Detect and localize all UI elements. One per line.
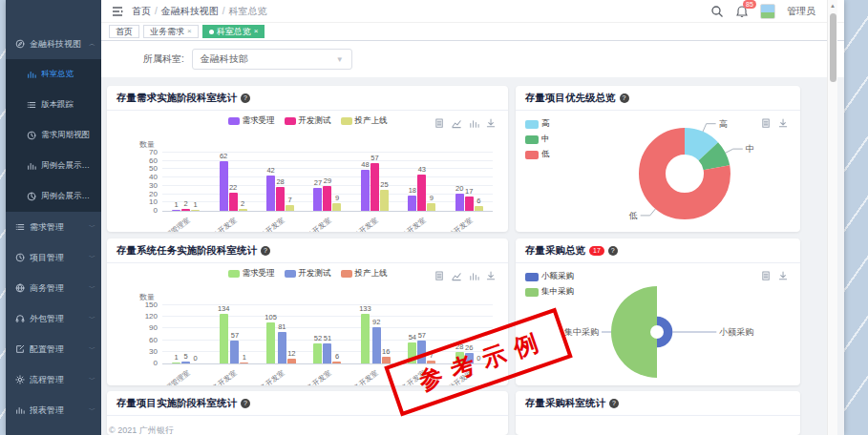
tab-close-icon[interactable]: ×: [187, 26, 192, 37]
question-mark-icon[interactable]: ?: [241, 93, 250, 103]
bar-wrap: 134: [218, 305, 230, 363]
sidebar-item-项目管理[interactable]: 项目管理﹀: [6, 242, 101, 273]
legend-item-投产上线[interactable]: 投产上线: [341, 268, 388, 280]
department-select[interactable]: 金融科技部 ▼: [192, 49, 352, 70]
breadcrumb-item[interactable]: 首页: [132, 6, 151, 16]
question-mark-icon[interactable]: ?: [261, 246, 270, 256]
bar-chart-icon[interactable]: [469, 115, 479, 126]
sidebar-item-需求管理[interactable]: 需求管理﹀: [6, 212, 101, 242]
scrollbar-thumb[interactable]: [830, 13, 836, 82]
tab-首页[interactable]: 首页: [109, 25, 139, 38]
count-badge: 17: [589, 246, 604, 256]
legend-item-开发测试[interactable]: 开发测试: [285, 115, 331, 127]
user-name[interactable]: 管理员: [787, 5, 815, 18]
x-tick-label: 数据管理室: [158, 216, 192, 232]
bar-wrap: 2: [239, 153, 247, 211]
bar-wrap: 6: [475, 153, 483, 211]
bar-group-消费金融开发室: 20176: [446, 153, 493, 211]
bar-value-label: 5: [184, 353, 188, 361]
search-icon[interactable]: [710, 5, 724, 18]
question-mark-icon[interactable]: ?: [620, 93, 629, 103]
breadcrumb-item[interactable]: 科室总览: [229, 6, 267, 16]
bar-value-label: 133: [359, 305, 371, 313]
question-mark-icon[interactable]: ?: [609, 399, 619, 408]
bar-开发测试: [276, 187, 285, 211]
card-header: 存量项目优先级总览?: [516, 86, 800, 111]
bar-需求受理: [220, 161, 228, 211]
question-mark-icon[interactable]: ?: [241, 399, 250, 408]
bar-value-label: 1: [175, 354, 179, 362]
data-view-icon: [434, 118, 445, 129]
card-header: 存量采购科室统计?: [516, 391, 800, 416]
legend-label: 需求受理: [243, 268, 275, 280]
breadcrumb-item[interactable]: 金融科技视图: [161, 6, 219, 16]
bar-开发测试: [417, 175, 426, 211]
sidebar-item-科室总览[interactable]: 科室总览: [6, 59, 101, 90]
question-mark-icon[interactable]: ?: [608, 246, 618, 256]
legend-swatch: [285, 117, 296, 125]
rose-center-hole: [650, 325, 664, 339]
card-title: 存量采购总览: [525, 244, 585, 258]
x-tick-label: 数据业务开发室: [335, 368, 381, 385]
x-tick-label: 数据业务开发室: [335, 216, 381, 232]
sidebar-item-周例会展示报表-项目[interactable]: 周例会展示报表-项目: [6, 151, 101, 181]
bar-wrap: 9: [427, 153, 435, 211]
card-存量采购科室统计: 存量采购科室统计?: [516, 391, 800, 435]
bar-投产上线: [191, 210, 200, 211]
sidebar-item-需求周期视图[interactable]: 需求周期视图: [6, 120, 101, 151]
bar-group-中间业务开发室: 27299: [304, 153, 350, 211]
sidebar-item-知识库[interactable]: 知识库﹀: [6, 425, 101, 435]
filter-bar: 所属科室: 金融科技部 ▼: [101, 41, 844, 77]
bar-wrap: 20: [455, 153, 464, 211]
vertical-scrollbar[interactable]: ▲: [827, 0, 837, 435]
hamburger-icon[interactable]: [111, 5, 124, 18]
data-view-icon[interactable]: [434, 268, 445, 279]
scrollbar-up-arrow[interactable]: ▲: [828, 0, 837, 11]
card-title: 存量系统任务实施阶段科室统计: [116, 244, 257, 258]
callout-label-小额采购: 小额采购: [718, 327, 753, 337]
bar-需求受理: [313, 188, 322, 211]
bar-wrap: 57: [370, 153, 379, 211]
breadcrumb-separator: /: [222, 6, 225, 16]
sidebar-item-商务管理[interactable]: 商务管理﹀: [6, 273, 101, 303]
card-header: 存量采购总览17?: [516, 238, 800, 263]
bar-wrap: 22: [229, 153, 238, 211]
sidebar-item-配置管理[interactable]: 配置管理﹀: [6, 334, 101, 364]
download-icon[interactable]: [486, 115, 497, 126]
sidebar-caret-icon: ︿: [89, 39, 95, 49]
list-icon: [27, 100, 36, 110]
download-icon[interactable]: [486, 268, 497, 279]
tab-业务需求[interactable]: 业务需求×: [143, 25, 199, 38]
sidebar-item-报表管理[interactable]: 报表管理﹀: [6, 395, 101, 425]
edit-icon: [15, 344, 25, 354]
sidebar-item-流程管理[interactable]: 流程管理﹀: [6, 364, 101, 395]
avatar[interactable]: [760, 4, 775, 19]
bar-wrap: 92: [372, 305, 381, 363]
legend-item-开发测试[interactable]: 开发测试: [285, 268, 331, 280]
tab-科室总览[interactable]: 科室总览×: [202, 25, 265, 38]
line-chart-icon[interactable]: [452, 115, 462, 126]
sidebar-item-外包管理[interactable]: 外包管理﹀: [6, 303, 101, 334]
x-tick-label: 核心业务开发室: [194, 368, 240, 385]
bell-icon[interactable]: 85: [735, 5, 749, 18]
legend-item-需求受理[interactable]: 需求受理: [228, 115, 275, 127]
bar-value-label: 28: [276, 178, 284, 186]
data-view-icon[interactable]: [434, 115, 445, 126]
y-tick-label: 120: [145, 312, 158, 321]
tab-close-icon[interactable]: ×: [254, 26, 259, 37]
line-chart-icon[interactable]: [452, 268, 462, 279]
bar-value-label: 6: [476, 197, 480, 205]
callout-line: [726, 149, 743, 153]
sidebar-item-周例会展示报表-采购[interactable]: 周例会展示报表-采购: [6, 181, 101, 212]
sidebar-submenu: 科室总览版本跟踪需求周期视图周例会展示报表-项目周例会展示报表-采购: [6, 59, 101, 212]
bar-wrap: 17: [465, 153, 474, 211]
sidebar-caret-icon: ﹀: [89, 375, 95, 384]
bar-value-label: 1: [194, 201, 198, 209]
bar-chart-icon[interactable]: [469, 268, 479, 279]
sidebar-item-金融科技视图[interactable]: 金融科技视图︿: [6, 29, 101, 59]
sidebar-item-版本跟踪[interactable]: 版本跟踪: [6, 90, 101, 120]
legend-item-投产上线[interactable]: 投产上线: [341, 115, 388, 127]
legend-item-需求受理[interactable]: 需求受理: [228, 268, 275, 280]
list-icon: [15, 222, 25, 232]
bar-wrap: 5: [181, 305, 190, 363]
